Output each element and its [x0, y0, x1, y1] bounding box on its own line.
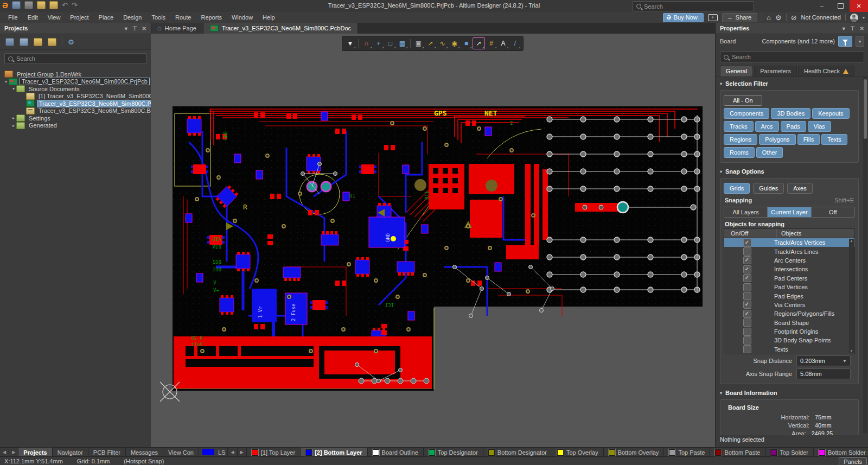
user-avatar[interactable] — [850, 14, 858, 22]
tab-general[interactable]: General — [720, 66, 753, 77]
filter-3d-bodies-button[interactable]: 3D Bodies — [771, 108, 810, 119]
section-snap-options[interactable]: ▾Snap Options — [716, 164, 863, 177]
tab-pcbdoc[interactable]: Tracer_v3_ESP32C3_Neo6M_Sim800C.PcbDoc — [203, 23, 358, 34]
section-board-information[interactable]: ▾Board Information — [716, 385, 863, 398]
menu-file[interactable]: File — [3, 13, 23, 22]
not-connected-label[interactable]: Not Connected — [801, 14, 841, 21]
snapping-all-layers[interactable]: All Layers — [724, 207, 768, 217]
share-button[interactable]: →Share — [722, 13, 757, 22]
checkbox[interactable] — [743, 328, 751, 336]
checkbox[interactable] — [743, 345, 751, 353]
grids-button[interactable]: Grids — [724, 183, 750, 194]
save-icon[interactable] — [12, 1, 21, 9]
tree-item-schdoc[interactable]: [1] Tracer_v3_ESP32C3_Neo6M_Sim800C.Scl — [0, 93, 151, 100]
undo-icon[interactable]: ↶ — [62, 2, 68, 9]
panel-close-icon[interactable]: ✕ — [860, 26, 864, 31]
projects-search-input[interactable]: Search — [4, 53, 146, 64]
panel-tab-view-config[interactable]: View Con — [163, 448, 199, 457]
filter-keepouts-button[interactable]: Keepouts — [812, 108, 849, 119]
panel-tab-messages[interactable]: Messages — [126, 448, 163, 457]
tab-parameters[interactable]: Parameters — [754, 66, 797, 77]
expander-icon[interactable]: ▸ — [11, 116, 16, 120]
snapping-off[interactable]: Off — [812, 207, 854, 217]
compile-icon[interactable] — [20, 38, 28, 46]
filter-dropdown-button[interactable]: ▾ — [856, 36, 864, 47]
place-line-icon[interactable]: / — [509, 38, 521, 49]
menu-place[interactable]: Place — [94, 13, 119, 22]
layer-tab-bottom-layer[interactable]: [2] Bottom Layer — [301, 448, 367, 457]
checkbox[interactable]: ✓ — [743, 265, 751, 273]
layer-tab-bottom-overlay[interactable]: Bottom Overlay — [604, 448, 665, 457]
redo-icon[interactable]: ↷ — [72, 2, 78, 9]
panel-tab-pcb-filter[interactable]: PCB Filter — [88, 448, 126, 457]
tree-item-generated[interactable]: ▸ Generated — [0, 122, 151, 130]
menu-window[interactable]: Window — [227, 13, 258, 22]
tree-item-project[interactable]: ▾ Tracer_v3_ESP32C3_Neo6M_Sim800C.PrjPcb — [0, 78, 151, 86]
filter-fills-button[interactable]: Fills — [797, 134, 820, 145]
restore-button[interactable] — [831, 0, 850, 12]
table-row[interactable]: ✓Arc Centers — [724, 256, 854, 265]
expander-icon[interactable]: ▾ — [3, 79, 9, 84]
expander-icon[interactable]: ▸ — [11, 123, 16, 128]
panel-dropdown-icon[interactable]: ▾ — [125, 26, 127, 31]
filter-other-button[interactable]: Other — [756, 147, 783, 158]
checkbox[interactable] — [743, 336, 751, 345]
tree-item-source-documents[interactable]: ▾ Source Documents — [0, 85, 151, 93]
table-row[interactable]: ✓Via Centers — [724, 301, 854, 309]
open-project-icon[interactable] — [34, 38, 42, 46]
tree-item-bomdoc[interactable]: Tracer_v3_ESP32C3_Neo6M_Sim800C.BomD — [0, 107, 151, 115]
menu-view[interactable]: View — [43, 13, 66, 22]
menu-edit[interactable]: Edit — [23, 13, 43, 22]
place-component-icon[interactable]: ▣ — [413, 38, 424, 49]
tree-item-workspace[interactable]: Project Group 1.DsnWrk — [0, 71, 151, 78]
panel-tab-projects[interactable]: Projects — [18, 448, 52, 457]
save-project-icon[interactable] — [5, 38, 14, 46]
tab-home-page[interactable]: ⌂ Home Page — [151, 23, 203, 34]
table-row[interactable]: 3D Body Snap Points — [724, 336, 854, 345]
print-icon[interactable] — [24, 1, 33, 9]
layer-tab-top-solder[interactable]: Top Solder — [765, 448, 814, 457]
layer-tab-top-designator[interactable]: Top Designator — [424, 448, 483, 457]
user-menu-caret-icon[interactable]: ▾ — [863, 15, 865, 20]
dimension-icon[interactable]: # — [486, 38, 497, 49]
tree-item-settings[interactable]: ▸ Settings — [0, 114, 151, 122]
checkbox[interactable] — [743, 319, 751, 327]
checkbox[interactable]: ✓ — [743, 301, 751, 309]
checkbox[interactable] — [743, 292, 751, 300]
menu-help[interactable]: Help — [258, 13, 280, 22]
table-row[interactable]: ✓Regions/Polygons/Fills — [724, 309, 854, 318]
filter-polygons-button[interactable]: Polygons — [759, 134, 795, 145]
menu-design[interactable]: Design — [118, 13, 146, 22]
expander-icon[interactable]: ▾ — [11, 86, 16, 91]
selection-area-icon[interactable]: □ — [385, 38, 396, 49]
menu-project[interactable]: Project — [65, 13, 93, 22]
layer-tab-board-outline[interactable]: Board Outline — [368, 448, 424, 457]
filter-texts-button[interactable]: Texts — [821, 134, 847, 145]
table-row[interactable]: ✓Pad Centers — [724, 274, 854, 283]
checkbox[interactable] — [743, 283, 751, 291]
minimize-button[interactable]: – — [813, 0, 831, 12]
axis-snap-range-input[interactable]: 5.08mm — [796, 368, 851, 379]
filter-components-button[interactable]: Components — [724, 108, 769, 119]
pad-stack-icon[interactable]: ▦ — [397, 38, 408, 49]
checkbox[interactable] — [743, 247, 751, 256]
all-on-button[interactable]: All - On — [724, 95, 762, 106]
snap-distance-select[interactable]: 0.203mm▼ — [796, 355, 851, 366]
measure-icon[interactable]: ↗ — [473, 37, 485, 49]
buy-now-button[interactable]: ▾ƏBuy Now — [663, 13, 704, 22]
home-icon[interactable]: ⌂ — [767, 14, 771, 22]
diff-pair-route-icon[interactable]: ∿ — [437, 38, 448, 49]
checkbox[interactable]: ✓ — [743, 256, 751, 264]
layer-tab-top-layer[interactable]: [1] Top Layer — [247, 448, 301, 457]
open-folder-icon[interactable] — [37, 1, 46, 9]
checkbox[interactable]: ✓ — [743, 239, 751, 247]
panel-tab-navigator[interactable]: Navigator — [53, 448, 88, 457]
filter-pads-button[interactable]: Pads — [781, 121, 806, 132]
filter-funnel-button[interactable] — [838, 36, 852, 47]
menu-reports[interactable]: Reports — [196, 13, 227, 22]
pcb-canvas[interactable]: GPS NET R GND AIN DIN DO2 DO1 -V +V 1 Vr… — [151, 34, 715, 447]
table-row[interactable]: Footprint Origins — [724, 327, 854, 336]
snapping-current-layer[interactable]: Current Layer — [768, 207, 811, 217]
table-row[interactable]: Pad Vertices — [724, 283, 854, 291]
panel-tabs-scroll-right[interactable]: ▶ — [9, 448, 18, 457]
